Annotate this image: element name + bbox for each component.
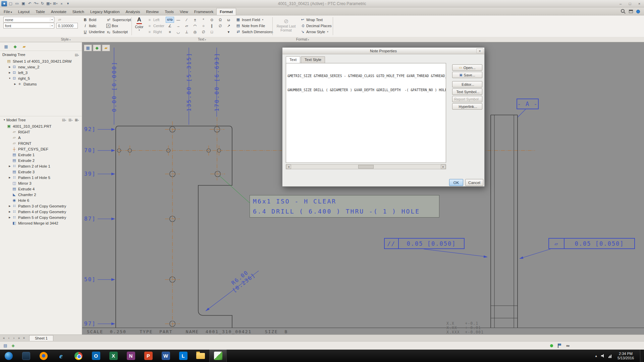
- symbol-std[interactable]: STD: [166, 17, 174, 23]
- cancel-button[interactable]: Cancel: [465, 179, 483, 186]
- horizontal-scrollbar[interactable]: ◂ ▸: [286, 164, 446, 169]
- customize-qat-icon[interactable]: ▾: [65, 1, 71, 7]
- repeat-last-format-button[interactable]: ⊘ Repeat Last Format: [275, 16, 297, 35]
- tree-row[interactable]: 4001_310_00421.PRT: [0, 123, 82, 129]
- hyperlink-button[interactable]: Hyperlink...: [452, 103, 482, 110]
- partial-dimension[interactable]: 70]: [84, 147, 96, 154]
- expander-icon[interactable]: [8, 210, 12, 213]
- symbol-diameter[interactable]: ∅: [216, 23, 224, 29]
- expander-icon[interactable]: [8, 66, 12, 68]
- tree-row[interactable]: Extrude 2: [0, 158, 82, 163]
- superscript-button[interactable]: x²Superscript: [105, 17, 132, 22]
- symbol-omega-var[interactable]: ω: [224, 17, 233, 23]
- gtol-frame[interactable]: ▱ 0.05 [0.050]: [548, 238, 635, 249]
- align-left-button[interactable]: ≡Left: [146, 17, 165, 22]
- insert-field-button[interactable]: ▦Insert Field: [235, 17, 274, 22]
- chrome-icon[interactable]: [70, 350, 87, 362]
- tree-row[interactable]: RIGHT: [0, 129, 82, 135]
- ribbon-tab[interactable]: Tools: [162, 8, 177, 15]
- symbol-perpendicular[interactable]: ⊥: [182, 29, 191, 35]
- excel-icon[interactable]: X X: [105, 350, 122, 362]
- align-right-button[interactable]: ≡Right: [146, 29, 165, 35]
- dialog-title-bar[interactable]: Note Properties ×: [282, 48, 484, 54]
- layers-icon[interactable]: ◆: [93, 45, 101, 51]
- format-painter-icon[interactable]: ▱: [56, 17, 63, 22]
- model-tree-expander-icon[interactable]: [2, 119, 6, 121]
- app-icon[interactable]: ◆: [1, 1, 7, 6]
- expander-icon[interactable]: [8, 205, 12, 207]
- ordinate-dimension[interactable]: 0.00 [0.000]: [111, 61, 117, 112]
- wrap-text-button[interactable]: ↩Wrap Text: [299, 17, 333, 22]
- binoculars-icon[interactable]: ∞: [566, 343, 570, 348]
- undo-icon[interactable]: ↶: [27, 1, 33, 7]
- windows-icon[interactable]: ⊞: [52, 1, 58, 7]
- datum-tag[interactable]: - A -: [517, 99, 539, 109]
- datum-display-icon[interactable]: ◈: [10, 343, 16, 349]
- ribbon-tab[interactable]: Format: [216, 8, 236, 15]
- outlook-icon[interactable]: O O: [87, 350, 105, 362]
- symbol-degree[interactable]: °: [199, 17, 208, 23]
- creo-icon[interactable]: [209, 350, 227, 362]
- ribbon-tab[interactable]: Review: [143, 8, 162, 15]
- lync-icon[interactable]: L L: [174, 350, 192, 362]
- tree-row[interactable]: A: [0, 135, 82, 140]
- favorites-tab-icon[interactable]: ◆: [11, 43, 19, 50]
- symbol-parallel[interactable]: ∥: [208, 23, 216, 29]
- tree-row[interactable]: Pattern 4 of Copy Geometry: [0, 209, 82, 215]
- hole-note-selected[interactable]: M6x1 ISO - H CLEAR 6.4 DRILL ( 6.400 ) T…: [250, 195, 439, 218]
- partial-dimension[interactable]: 92]: [84, 126, 96, 132]
- tree-settings-icon[interactable]: ▦: [74, 118, 79, 122]
- tree-row[interactable]: PRT_CSYS_DEF: [0, 146, 82, 152]
- new-file-icon[interactable]: ▢: [8, 1, 13, 7]
- decimal-places-button[interactable]: ·0Decimal Places: [299, 23, 333, 28]
- folder-browser-tab-icon[interactable]: ▰: [20, 43, 28, 50]
- internet-explorer-icon[interactable]: e e: [52, 350, 70, 362]
- tree-row[interactable]: Datums: [0, 81, 82, 87]
- scroll-right-icon[interactable]: ▸: [441, 165, 446, 169]
- ordinate-dimension[interactable]: 170.00 [6.693]: [214, 52, 220, 112]
- drawing-tree-menu-icon[interactable]: ▤: [74, 53, 79, 57]
- ribbon-tab[interactable]: File: [1, 8, 15, 15]
- bold-button[interactable]: BBold: [82, 17, 106, 22]
- ordinate-dimension[interactable]: 135.00 [5.315]: [186, 52, 192, 112]
- ribbon-tab[interactable]: Annotate: [48, 8, 69, 15]
- text-group-label[interactable]: Text: [131, 37, 272, 41]
- align-center-button[interactable]: ≡Center: [146, 23, 165, 28]
- search-icon[interactable]: [621, 9, 626, 14]
- close-icon[interactable]: ×: [635, 1, 644, 7]
- expander-icon[interactable]: [8, 77, 12, 79]
- expander-icon[interactable]: [13, 83, 17, 85]
- switch-dimensions-button[interactable]: ⇄Switch Dimensions: [235, 29, 274, 35]
- dialog-close-icon[interactable]: ×: [476, 48, 483, 53]
- symbol-leader[interactable]: ↗: [224, 23, 233, 29]
- symbol-omega[interactable]: Ω: [216, 17, 224, 23]
- next-sheet-icon[interactable]: ›: [11, 336, 16, 340]
- text-height-input[interactable]: 0.100000: [56, 23, 78, 28]
- underline-button[interactable]: UUnderline: [82, 29, 106, 35]
- tree-row[interactable]: left_3: [0, 70, 82, 75]
- regenerate-icon[interactable]: ↻: [40, 1, 45, 7]
- symbol-arrow[interactable]: →: [174, 23, 182, 29]
- symbol-circle[interactable]: ○: [199, 23, 208, 29]
- symbol-plus-minus[interactable]: ±: [191, 17, 199, 23]
- symbol-angle[interactable]: ∠: [166, 23, 174, 29]
- sheet-tab[interactable]: Sheet 1: [29, 335, 53, 341]
- font-combo[interactable]: font▾: [3, 23, 54, 28]
- file-explorer-icon[interactable]: [192, 350, 209, 362]
- presence-icon[interactable]: [636, 10, 640, 13]
- subscript-button[interactable]: x₂Subscript: [105, 29, 132, 35]
- word-icon[interactable]: W W: [157, 350, 174, 362]
- expander-icon[interactable]: [8, 71, 12, 74]
- symbol-arc-lower[interactable]: ◡: [174, 29, 182, 35]
- ribbon-tab[interactable]: Framework: [191, 8, 217, 15]
- dialog-tab[interactable]: Text: [286, 56, 300, 63]
- taskbar-clock[interactable]: 2:34 PM 5/13/2016: [615, 352, 637, 360]
- volume-icon[interactable]: [601, 354, 605, 358]
- annotation-display-icon[interactable]: ▤: [2, 343, 8, 349]
- scrollbar-thumb[interactable]: [358, 165, 374, 169]
- tree-row[interactable]: Sheet 1 of 4001_310_00421.DRW: [0, 58, 82, 64]
- italic-button[interactable]: IItalic: [82, 23, 106, 28]
- ribbon-tab[interactable]: View: [177, 8, 191, 15]
- open-file-icon[interactable]: ▭: [14, 1, 20, 7]
- pinned-app-icon[interactable]: [17, 350, 35, 362]
